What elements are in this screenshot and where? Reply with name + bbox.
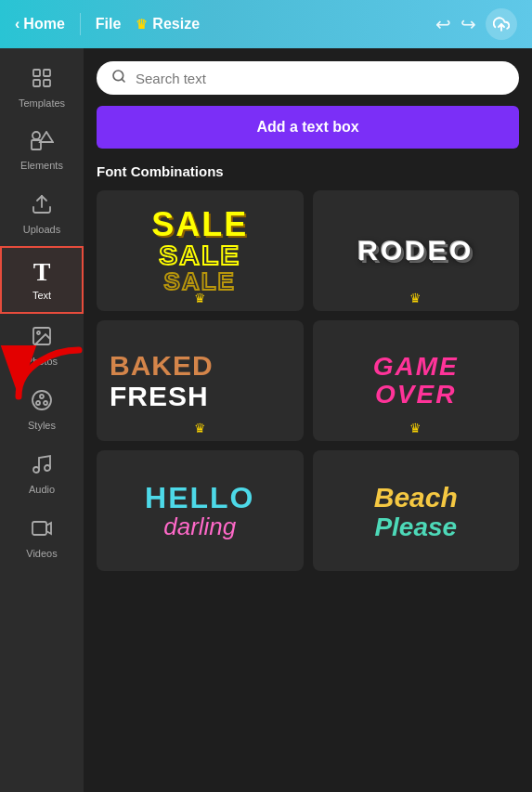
crown-icon: ♛ xyxy=(136,17,148,32)
svg-rect-3 xyxy=(33,80,40,86)
main-layout: Templates Elements Uploads xyxy=(0,48,532,792)
font-card-hello[interactable]: HELLO darling xyxy=(97,450,304,571)
elements-label: Elements xyxy=(20,160,63,171)
hello-line1: HELLO xyxy=(145,483,254,513)
templates-icon xyxy=(31,67,53,93)
sidebar-item-uploads[interactable]: Uploads xyxy=(0,182,84,246)
sidebar-item-templates[interactable]: Templates xyxy=(0,56,84,120)
svg-rect-1 xyxy=(33,70,40,76)
font-card-baked[interactable]: BAKED FRESH ♛ xyxy=(97,320,304,441)
styles-icon xyxy=(31,389,53,415)
svg-rect-4 xyxy=(44,80,50,86)
publish-button[interactable] xyxy=(486,8,517,40)
gameover-line1: GAME xyxy=(373,354,459,380)
styles-label: Styles xyxy=(28,420,56,431)
beach-line2: Please xyxy=(374,514,457,540)
audio-icon xyxy=(31,453,53,479)
back-button[interactable]: ‹ Home xyxy=(15,16,65,32)
undo-button[interactable]: ↩ xyxy=(435,13,451,35)
svg-point-10 xyxy=(37,331,40,334)
add-textbox-button[interactable]: Add a text box xyxy=(97,106,519,149)
svg-point-13 xyxy=(36,401,40,405)
svg-marker-18 xyxy=(46,523,51,534)
videos-label: Videos xyxy=(26,548,57,559)
search-input[interactable] xyxy=(136,71,504,86)
font-grid: SALE SALE SALE ♛ RODEO ♛ BAKED FRESH ♛ G… xyxy=(97,190,519,571)
divider xyxy=(80,13,81,35)
uploads-label: Uploads xyxy=(23,224,60,235)
rodeo-text: RODEO xyxy=(357,235,474,266)
redo-button[interactable]: ↪ xyxy=(461,13,476,35)
text-label: Text xyxy=(32,290,51,301)
sidebar: Templates Elements Uploads xyxy=(0,48,84,792)
baked-line2: FRESH xyxy=(110,381,209,411)
font-card-sale[interactable]: SALE SALE SALE ♛ xyxy=(97,190,304,311)
svg-point-11 xyxy=(32,391,51,409)
search-bar[interactable] xyxy=(97,61,519,95)
sidebar-item-videos[interactable]: Videos xyxy=(0,506,84,570)
crown-badge: ♛ xyxy=(194,291,206,305)
sale-line1: SALE xyxy=(151,208,248,241)
svg-point-14 xyxy=(44,401,47,405)
chevron-left-icon: ‹ xyxy=(15,16,19,32)
sidebar-item-elements[interactable]: Elements xyxy=(0,120,84,182)
file-menu[interactable]: File xyxy=(96,16,122,32)
sidebar-item-styles[interactable]: Styles xyxy=(0,378,84,442)
sidebar-item-text[interactable]: T Text xyxy=(0,246,84,314)
crown-badge: ♛ xyxy=(409,421,422,435)
crown-badge: ♛ xyxy=(194,421,206,435)
sidebar-item-photos[interactable]: Photos xyxy=(0,314,84,378)
elements-icon xyxy=(30,131,54,155)
photos-icon xyxy=(31,325,53,351)
gameover-line2: OVER xyxy=(375,382,456,408)
svg-rect-2 xyxy=(44,70,50,76)
font-card-rodeo[interactable]: RODEO ♛ xyxy=(313,190,520,311)
audio-label: Audio xyxy=(29,484,55,495)
topbar: ‹ Home File ♛ Resize ↩ ↪ xyxy=(0,0,532,48)
videos-icon xyxy=(31,517,53,543)
uploads-icon xyxy=(31,193,53,219)
baked-line1: BAKED xyxy=(110,350,214,381)
templates-label: Templates xyxy=(19,97,65,109)
topbar-actions: ↩ ↪ xyxy=(435,8,517,40)
text-icon: T xyxy=(33,259,51,285)
svg-point-12 xyxy=(40,395,44,398)
svg-point-15 xyxy=(33,467,39,473)
font-card-gameover[interactable]: GAME OVER ♛ xyxy=(313,320,520,441)
search-icon xyxy=(111,69,126,87)
crown-badge: ♛ xyxy=(409,291,422,305)
svg-point-7 xyxy=(32,132,40,139)
font-card-beach[interactable]: Beach Please xyxy=(313,450,520,571)
content-panel: Add a text box Font Combinations SALE SA… xyxy=(84,48,532,792)
resize-menu[interactable]: ♛ Resize xyxy=(136,16,200,32)
beach-line1: Beach xyxy=(374,481,458,514)
section-title: Font Combinations xyxy=(97,163,519,179)
svg-rect-17 xyxy=(32,522,46,535)
sale-line2: SALE xyxy=(159,241,240,269)
svg-line-20 xyxy=(122,79,124,82)
hello-line2: darling xyxy=(163,514,236,539)
sidebar-item-audio[interactable]: Audio xyxy=(0,442,84,506)
home-label: Home xyxy=(23,16,64,32)
photos-label: Photos xyxy=(26,356,58,367)
svg-marker-6 xyxy=(40,132,53,142)
